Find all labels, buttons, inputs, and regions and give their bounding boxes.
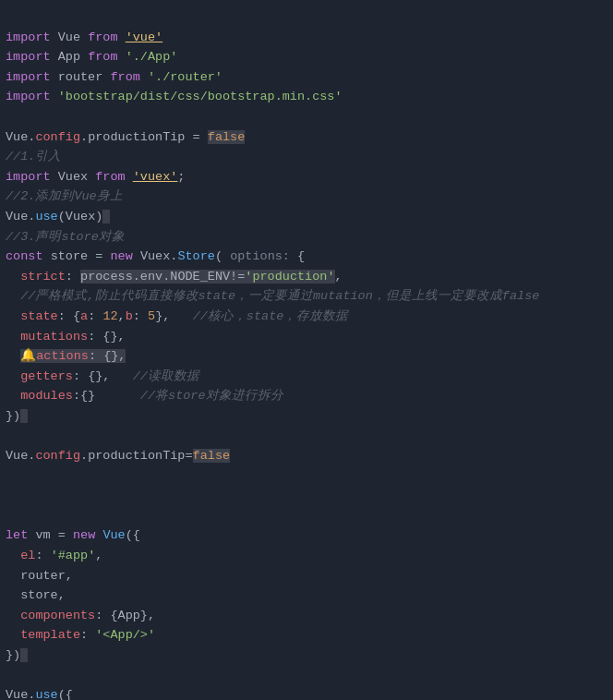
line-9: //2.添加到Vue身上 <box>6 189 123 203</box>
line-8: import Vuex from 'vuex'; <box>6 170 185 184</box>
line-5 <box>6 110 13 124</box>
line-21 <box>6 428 13 442</box>
line-25 <box>6 509 13 523</box>
line-19: modules:{} //将store对象进行拆分 <box>6 389 283 403</box>
line-13: strict: process.env.NODE_ENV!='productio… <box>6 270 343 284</box>
line-29: store, <box>6 588 66 602</box>
code-editor: import Vue from 'vue' import App from '.… <box>0 0 613 700</box>
line-27: el: '#app', <box>6 549 102 562</box>
line-10: Vue.use(Vuex) <box>6 210 110 223</box>
line-24 <box>6 489 13 502</box>
line-18: getters: {}, //读取数据 <box>6 369 199 383</box>
line-16: mutations: {}, <box>6 330 126 344</box>
line-15: state: {a: 12,b: 5}, //核心，state，存放数据 <box>6 309 348 323</box>
line-32: }) <box>6 648 28 662</box>
line-34: Vue.use({ <box>6 688 73 700</box>
line-14: //严格模式,防止代码直接修改state，一定要通过mutation，但是上线一… <box>6 289 539 303</box>
line-20: }) <box>6 409 28 423</box>
line-31: template: '<App/>' <box>6 628 155 642</box>
line-1: import Vue from 'vue' <box>6 30 162 44</box>
line-26: let vm = new Vue({ <box>6 528 140 542</box>
line-17: 🔔actions: {}, <box>6 349 126 363</box>
line-30: components: {App}, <box>6 609 155 622</box>
line-12: const store = new Vuex.Store( options: { <box>6 249 305 263</box>
line-33 <box>6 669 13 682</box>
line-4: import 'bootstrap/dist/css/bootstrap.min… <box>6 90 343 103</box>
line-7: //1.引入 <box>6 150 61 163</box>
line-28: router, <box>6 569 73 583</box>
line-3: import router from './router' <box>6 70 222 84</box>
line-2: import App from './App' <box>6 50 177 64</box>
line-11: //3.声明store对象 <box>6 230 125 244</box>
line-23 <box>6 469 13 483</box>
line-22: Vue.config.productionTip=false <box>6 449 230 463</box>
line-6: Vue.config.productionTip = false <box>6 130 245 144</box>
